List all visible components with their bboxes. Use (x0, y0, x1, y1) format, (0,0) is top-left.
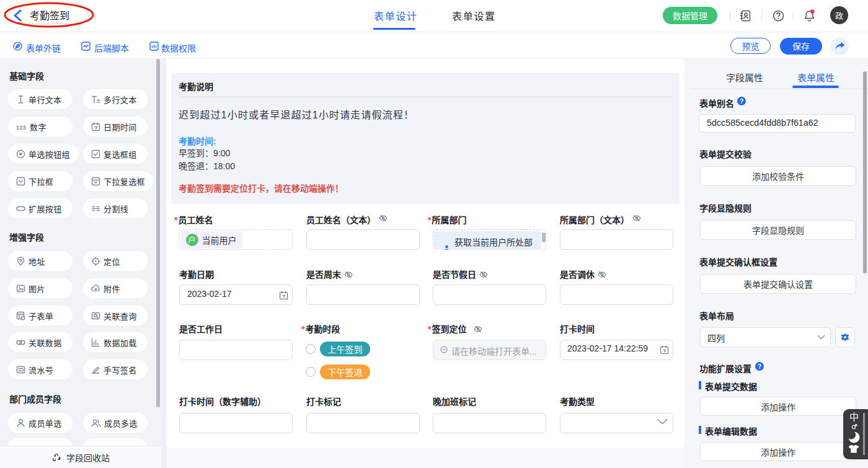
svg-text:123: 123 (16, 124, 26, 130)
